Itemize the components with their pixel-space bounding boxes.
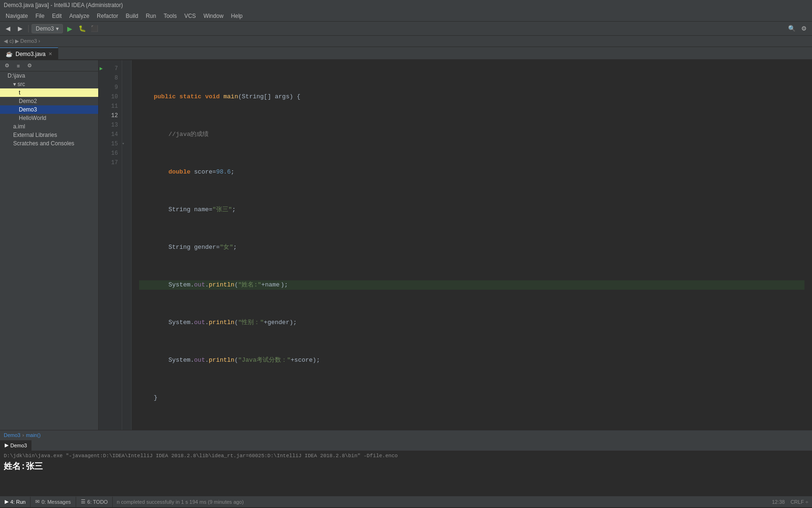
status-tab-messages[interactable]: ✉ 0: Messages [31,497,76,507]
status-tab-messages-label: 0: Messages [41,499,70,505]
nav-back-icon[interactable]: ◀ [4,38,8,44]
run-config-dropdown[interactable]: Demo3 ▾ [31,24,63,33]
run-config-chevron-icon: ▾ [56,25,59,32]
code-area[interactable]: ▶ 7 8 9 10 11 12 13 14 15 ▾ 16 17 [99,60,812,430]
window-title: Demo3.java [java] - IntelliJ IDEA (Admin… [4,2,123,8]
status-message: n completed successfully in 1 s 194 ms (… [113,499,768,505]
sidebar-item-helloworld[interactable]: HelloWorld [0,114,98,122]
line-num-14: 14 [99,130,122,139]
breadcrumb-bar: Demo3 › main() [0,430,812,439]
code-content[interactable]: public static void main(String[] args) {… [132,60,812,430]
run-tab-demo3[interactable]: ▶ Demo3 [0,440,31,451]
todo-icon: ☰ [81,499,86,505]
menu-edit[interactable]: Edit [48,12,66,20]
sidebar-item-aiml[interactable]: a.iml [0,122,98,131]
line-num-9: 9 [99,83,122,92]
gutter-17 [122,158,131,167]
menu-analyze[interactable]: Analyze [65,12,93,20]
code-line-15: } [139,393,804,403]
breadcrumb-main[interactable]: main() [26,432,40,438]
tab-icon: ☕ [6,51,13,57]
bottom-panel: ▶ Demo3 D:\jdk\bin\java.exe "-javaagent:… [0,439,812,496]
nav-area: ◀ c) ▶ Demo3 › [0,36,812,47]
gutter-13 [122,120,131,130]
line-num-15: 15 ▾ [99,139,122,149]
gutter-14 [122,130,131,139]
line-num-8: 8 [99,73,122,83]
sidebar-item-external-libraries[interactable]: External Libraries [0,131,98,139]
menu-refactor[interactable]: Refactor [93,12,122,20]
status-tab-todo[interactable]: ☰ 6: TODO [76,497,113,507]
breadcrumb-demo3[interactable]: Demo3 [4,432,20,438]
sidebar-item-djava[interactable]: D:\java [0,71,98,80]
tab-close-icon[interactable]: ✕ [48,51,52,56]
search-everywhere-button[interactable]: 🔍 [787,24,797,34]
menu-file[interactable]: File [31,12,48,20]
run-tabs: ▶ Demo3 [0,440,812,451]
sidebar-item-scratches-consoles[interactable]: Scratches and Consoles [0,139,98,148]
gutter [122,60,132,430]
sidebar-item-src[interactable]: ▾ src [0,80,98,88]
line-num-7: ▶ 7 [99,64,122,73]
run-config-area: Demo3 ▾ ▶ 🐛 ⬛ [31,24,100,34]
tab-empty-area [58,48,812,60]
toolbar-separator [28,25,29,32]
nav-back-button[interactable]: ◀ [3,24,13,34]
sidebar-sync-icon[interactable]: ⚙ [2,61,12,71]
code-line-8: //java的成绩 [139,130,804,139]
gutter-9 [122,83,131,92]
line-num-16: 16 [99,149,122,158]
editor: ▶ 7 8 9 10 11 12 13 14 15 ▾ 16 17 [99,60,812,430]
nav-forward-button[interactable]: ▶ [15,24,25,34]
menu-window[interactable]: Window [200,12,227,20]
run-config-label: Demo3 [36,25,54,32]
run-icon-small: ▶ [5,499,8,505]
code-line-12: System.out.println("姓名:"+name); [139,280,804,290]
sidebar-item-demo3[interactable]: Demo3 [0,105,98,114]
gutter-10 [122,92,131,102]
gutter-12 [122,111,131,120]
fold-icon-15[interactable]: ▾ [122,139,125,149]
tab-demo3java[interactable]: ☕ Demo3.java ✕ [0,48,58,60]
menu-build[interactable]: Build [122,12,142,20]
menu-tools[interactable]: Tools [160,12,180,20]
code-line-13: System.out.println("性别："+gender); [139,318,804,327]
menu-navigate[interactable]: Navigate [2,12,31,20]
menu-vcs[interactable]: VCS [180,12,200,20]
menu-run[interactable]: Run [142,12,160,20]
run-output: D:\jdk\bin\java.exe "-javaagent:D:\IDEA\… [0,451,812,496]
menu-help[interactable]: Help [227,12,247,20]
tab-label: Demo3.java [16,51,46,57]
settings-button[interactable]: ⚙ [799,24,809,34]
status-message-text: n completed successfully in 1 s 194 ms (… [117,499,243,505]
stop-button[interactable]: ⬛ [89,24,100,34]
run-gutter-icon-7[interactable]: ▶ [100,64,103,73]
output-result: 姓名:张三 [4,459,808,474]
status-line-col: CRLF ÷ [790,499,808,505]
line-numbers: ▶ 7 8 9 10 11 12 13 14 15 ▾ 16 17 [99,60,122,430]
main-area: ⚙ ≡ ⚙ D:\java ▾ src t Demo2 Demo3 HelloW… [0,60,812,430]
right-toolbar: 🔍 ⚙ [787,24,809,34]
sidebar-item-t[interactable]: t [0,88,98,97]
status-tab-run[interactable]: ▶ 4: Run [0,497,31,507]
run-button[interactable]: ▶ [65,24,75,34]
gutter-11 [122,102,131,111]
gutter-16 [122,149,131,158]
gutter-8 [122,73,131,83]
output-command: D:\jdk\bin\java.exe "-javaagent:D:\IDEA\… [4,453,808,459]
gutter-7 [122,64,131,73]
status-right: 12:38 CRLF ÷ [768,499,812,505]
line-num-11: 11 [99,102,122,111]
status-tab-todo-label: 6: TODO [87,499,108,505]
debug-button[interactable]: 🐛 [77,24,87,34]
line-num-10: 10 [99,92,122,102]
sidebar: ⚙ ≡ ⚙ D:\java ▾ src t Demo2 Demo3 HelloW… [0,60,99,430]
code-line-7: public static void main(String[] args) { [139,92,804,102]
run-tab-icon: ▶ [5,442,8,448]
toolbar: ◀ ▶ Demo3 ▾ ▶ 🐛 ⬛ 🔍 ⚙ [0,22,812,36]
status-tab-run-label: 4: Run [10,499,25,505]
sidebar-item-demo2[interactable]: Demo2 [0,97,98,105]
sidebar-settings-icon[interactable]: ⚙ [24,61,35,71]
run-tab-label: Demo3 [10,443,27,448]
sidebar-collapse-icon[interactable]: ≡ [13,61,23,71]
